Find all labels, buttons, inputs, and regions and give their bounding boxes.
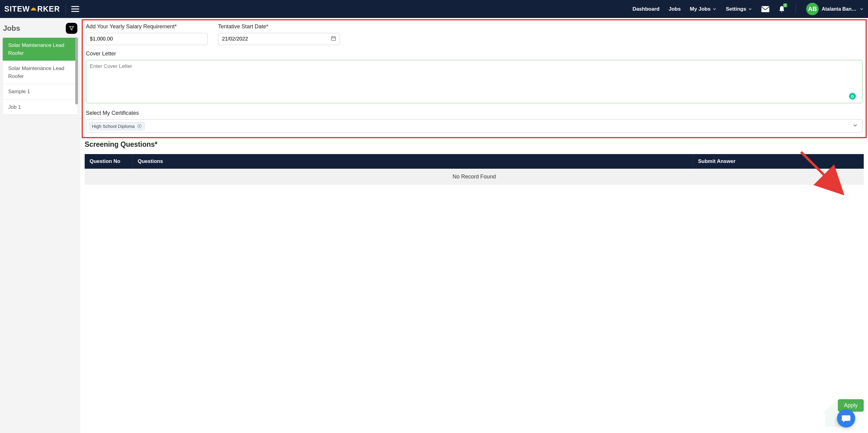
job-label: Solar Maintenance Lead Roofer [8,42,64,56]
salary-label: Add Your Yearly Salary Requirement* [86,24,208,30]
date-input[interactable] [218,33,340,45]
notification-badge: 2 [783,3,787,7]
nav-label: Jobs [669,6,681,12]
nav-label: My Jobs [690,6,711,12]
certificate-chip: High School Diploma [89,122,145,130]
chat-icon [841,414,850,423]
sidebar-item-job[interactable]: Job 1 [3,99,78,115]
job-label: Job 1 [8,104,21,110]
mail-button[interactable] [762,6,769,12]
main: Jobs Solar Maintenance Lead Roofer Solar… [0,18,868,433]
screening-section: Screening Questions* Question No Questio… [81,137,868,185]
scrollbar[interactable] [75,37,78,104]
certificates-select[interactable]: High School Diploma [86,119,863,133]
salary-field-group: Add Your Yearly Salary Requirement* [86,24,208,45]
sidebar-item-job[interactable]: Solar Maintenance Lead Roofer [3,61,78,84]
svg-rect-4 [71,11,79,12]
chip-remove-button[interactable] [137,124,142,128]
svg-rect-0 [31,10,36,10]
menu-toggle-button[interactable] [71,6,79,12]
job-label: Sample 1 [8,89,30,94]
calendar-icon[interactable] [331,36,336,42]
date-field-group: Tentative Start Date* [218,24,340,45]
nav-label: Settings [726,6,746,12]
nav-jobs[interactable]: Jobs [669,6,681,12]
svg-rect-1 [33,7,34,8]
apply-label: Apply [844,402,858,408]
logo: SITEW RKER [4,5,60,13]
content: Add Your Yearly Salary Requirement* Tent… [81,18,868,433]
mail-icon [762,6,769,12]
divider [796,5,796,14]
logo-text-post: RKER [37,5,60,13]
certificates-label: Select My Certificates [86,110,863,116]
nav-dashboard[interactable]: Dashboard [632,6,660,12]
cover-letter-label: Cover Letter [86,51,863,57]
col-submit-answer: Submit Answer [693,154,864,169]
chip-label: High School Diploma [92,124,135,129]
notifications-button[interactable]: 2 [778,5,785,13]
chevron-down-icon [748,7,752,11]
job-label: Solar Maintenance Lead Roofer [8,65,64,79]
sidebar-header: Jobs [2,21,78,37]
date-label: Tentative Start Date* [218,24,340,30]
top-nav: SITEW RKER Dashboard Jobs My Jobs [0,0,868,18]
col-questions: Questions [133,154,693,169]
chat-fab[interactable] [837,409,855,428]
screening-table: Question No Questions Submit Answer No R… [85,154,864,185]
highlighted-form-region: Add Your Yearly Salary Requirement* Tent… [82,19,867,138]
hardhat-icon [30,5,37,12]
user-name: Atalanta Ban… [822,6,857,12]
svg-rect-5 [762,6,769,12]
svg-rect-3 [71,8,79,9]
sidebar-item-job[interactable]: Solar Maintenance Lead Roofer [3,38,78,61]
divider [65,5,66,14]
close-circle-icon [137,124,142,128]
table-empty-row: No Record Found [85,169,864,185]
grammarly-icon[interactable]: G [849,93,856,99]
logo-text-pre: SITEW [4,5,30,13]
user-menu[interactable]: AB Atalanta Ban… [806,3,864,15]
table-header: Question No Questions Submit Answer [85,154,864,169]
job-list: Solar Maintenance Lead Roofer Solar Main… [2,37,78,115]
avatar: AB [806,3,819,15]
col-question-no: Question No [85,154,133,169]
svg-rect-2 [71,6,79,7]
chevron-down-icon [712,7,717,11]
nav-label: Dashboard [632,6,660,12]
chevron-down-icon [860,7,864,11]
nav-settings[interactable]: Settings [726,6,752,12]
sidebar-item-job[interactable]: Sample 1 [3,84,78,99]
screening-title: Screening Questions* [85,141,864,149]
apply-button[interactable]: Apply [838,399,864,412]
chevron-down-icon [852,123,858,129]
cover-letter-textarea[interactable] [86,60,863,103]
salary-input[interactable] [86,33,208,45]
nav-my-jobs[interactable]: My Jobs [690,6,717,12]
sidebar-title: Jobs [3,24,20,33]
nav-right: Dashboard Jobs My Jobs Settings 2 AB [632,3,864,15]
filter-button[interactable] [66,23,78,34]
filter-icon [69,26,74,31]
svg-rect-6 [331,37,336,40]
sidebar: Jobs Solar Maintenance Lead Roofer Solar… [0,18,81,433]
